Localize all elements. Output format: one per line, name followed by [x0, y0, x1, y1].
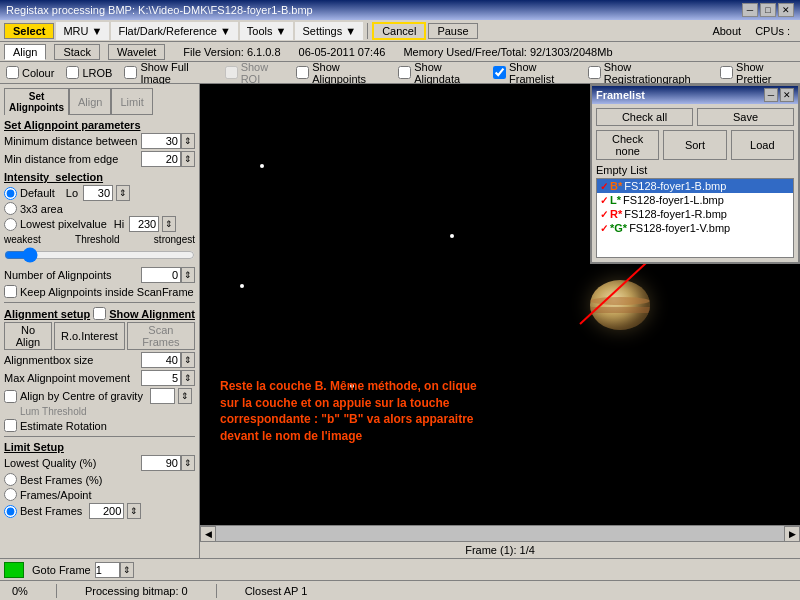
colour-option[interactable]: Colour [6, 66, 54, 79]
best-frames-radio[interactable] [4, 505, 17, 518]
check-all-button[interactable]: Check all [596, 108, 693, 126]
min-distance-between-row: Minimum distance between ⇕ [4, 133, 195, 149]
show-alignment-checkbox[interactable] [93, 307, 106, 320]
align-panel-tab[interactable]: Align [69, 88, 111, 115]
cog-spin[interactable]: ⇕ [178, 388, 192, 404]
framelist-item-1[interactable]: ✓ L* FS128-foyer1-L.bmp [597, 193, 793, 207]
cog-input[interactable] [150, 388, 175, 404]
no-align-button[interactable]: No Align [4, 322, 52, 350]
goto-frame-spin[interactable]: ⇕ [120, 562, 134, 578]
show-registrationgraph-option[interactable]: Show Registrationgraph [588, 61, 708, 85]
best-frames-input[interactable] [89, 503, 124, 519]
close-button[interactable]: ✕ [778, 3, 794, 17]
frames-apoint-radio[interactable] [4, 488, 17, 501]
wavelet-tab[interactable]: Wavelet [108, 44, 165, 60]
max-movement-input[interactable] [141, 370, 181, 386]
default-radio[interactable] [4, 187, 17, 200]
scroll-left-button[interactable]: ◀ [200, 526, 216, 542]
star-1 [260, 164, 264, 168]
minimize-button[interactable]: ─ [742, 3, 758, 17]
show-roi-checkbox[interactable] [225, 66, 238, 79]
show-framelist-checkbox[interactable] [493, 66, 506, 79]
alignment-setup-header: Alignment setup Show Alignment [4, 307, 195, 320]
frames-apoint-row: Frames/Apoint [4, 488, 195, 501]
jupiter-image [590, 280, 650, 330]
estimate-rotation-checkbox[interactable] [4, 419, 17, 432]
lo-input[interactable] [83, 185, 113, 201]
sort-button[interactable]: Sort [663, 130, 726, 160]
framelist-list[interactable]: ✓ B* FS128-foyer1-B.bmp ✓ L* FS128-foyer… [596, 178, 794, 258]
flat-dark-menu[interactable]: Flat/Dark/Reference ▼ [111, 22, 237, 40]
pause-button[interactable]: Pause [428, 23, 477, 39]
alignmentbox-size-spin[interactable]: ⇕ [181, 352, 195, 368]
lowest-quality-spin[interactable]: ⇕ [181, 455, 195, 471]
lo-spin[interactable]: ⇕ [116, 185, 130, 201]
cancel-button[interactable]: Cancel [372, 22, 426, 40]
3x3-radio[interactable] [4, 202, 17, 215]
framelist-close-button[interactable]: ✕ [780, 88, 794, 102]
show-aligndata-checkbox[interactable] [398, 66, 411, 79]
show-prettier-checkbox[interactable] [720, 66, 733, 79]
scroll-track[interactable] [216, 526, 784, 542]
show-full-image-checkbox[interactable] [124, 66, 137, 79]
goto-frame-input[interactable] [95, 562, 120, 578]
about-link[interactable]: About [706, 23, 747, 39]
align-buttons: No Align R.o.Interest Scan Frames [4, 322, 195, 350]
show-aligndata-option[interactable]: Show Aligndata [398, 61, 481, 85]
select-menu[interactable]: Select [4, 23, 54, 39]
show-full-image-option[interactable]: Show Full Image [124, 61, 212, 85]
save-button[interactable]: Save [697, 108, 794, 126]
framelist-item-2[interactable]: ✓ R* FS128-foyer1-R.bmp [597, 207, 793, 221]
min-distance-edge-spin[interactable]: ⇕ [181, 151, 195, 167]
num-alignpoints-spin[interactable]: ⇕ [181, 267, 195, 283]
lrob-checkbox[interactable] [66, 66, 79, 79]
frame-info: Frame (1): 1/4 [465, 544, 535, 556]
main-layout: SetAlignpoints Align Limit Set Alignpoin… [0, 84, 800, 558]
limit-panel-tab[interactable]: Limit [111, 88, 152, 115]
min-distance-edge-input[interactable] [141, 151, 181, 167]
show-alignment-option[interactable]: Show Alignment [93, 307, 195, 320]
set-alignpoints-tab[interactable]: SetAlignpoints [4, 88, 69, 115]
canvas-area[interactable]: Reste la couche B. Même méthode, on cliq… [200, 84, 800, 525]
scroll-right-button[interactable]: ▶ [784, 526, 800, 542]
maximize-button[interactable]: □ [760, 3, 776, 17]
hi-input[interactable] [129, 216, 159, 232]
min-distance-between-input[interactable] [141, 133, 181, 149]
show-roi-option[interactable]: Show ROI [225, 61, 285, 85]
scan-frames-button[interactable]: Scan Frames [127, 322, 195, 350]
tools-menu[interactable]: Tools ▼ [240, 22, 294, 40]
mru-menu[interactable]: MRU ▼ [56, 22, 109, 40]
show-prettier-option[interactable]: Show Prettier [720, 61, 794, 85]
num-alignpoints-input[interactable] [141, 267, 181, 283]
min-distance-between-spin[interactable]: ⇕ [181, 133, 195, 149]
ro-interest-button[interactable]: R.o.Interest [54, 322, 125, 350]
show-registrationgraph-checkbox[interactable] [588, 66, 601, 79]
align-tab[interactable]: Align [4, 44, 46, 60]
threshold-slider[interactable] [4, 247, 195, 263]
load-button[interactable]: Load [731, 130, 794, 160]
best-frames-spin[interactable]: ⇕ [127, 503, 141, 519]
lowest-pixel-radio[interactable] [4, 218, 17, 231]
framelist-minimize-button[interactable]: ─ [764, 88, 778, 102]
keep-inside-checkbox[interactable] [4, 285, 17, 298]
colour-checkbox[interactable] [6, 66, 19, 79]
limit-setup-title: Limit Setup [4, 441, 195, 453]
best-frames-pct-radio[interactable] [4, 473, 17, 486]
left-panel: SetAlignpoints Align Limit Set Alignpoin… [0, 84, 200, 558]
show-alignpoints-option[interactable]: Show Alignpoints [296, 61, 386, 85]
threshold-slider-container [4, 247, 195, 265]
stack-tab[interactable]: Stack [54, 44, 100, 60]
framelist-item-3[interactable]: ✓ *G* FS128-foyer1-V.bmp [597, 221, 793, 235]
show-framelist-option[interactable]: Show Framelist [493, 61, 576, 85]
lowest-quality-input[interactable] [141, 455, 181, 471]
hi-spin[interactable]: ⇕ [162, 216, 176, 232]
framelist-item-0[interactable]: ✓ B* FS128-foyer1-B.bmp [597, 179, 793, 193]
settings-menu[interactable]: Settings ▼ [295, 22, 363, 40]
align-cog-checkbox[interactable] [4, 390, 17, 403]
alignmentbox-size-input[interactable] [141, 352, 181, 368]
check-none-button[interactable]: Check none [596, 130, 659, 160]
frame-info-bar: Frame (1): 1/4 [200, 541, 800, 558]
max-movement-spin[interactable]: ⇕ [181, 370, 195, 386]
lrob-option[interactable]: LROB [66, 66, 112, 79]
show-alignpoints-checkbox[interactable] [296, 66, 309, 79]
